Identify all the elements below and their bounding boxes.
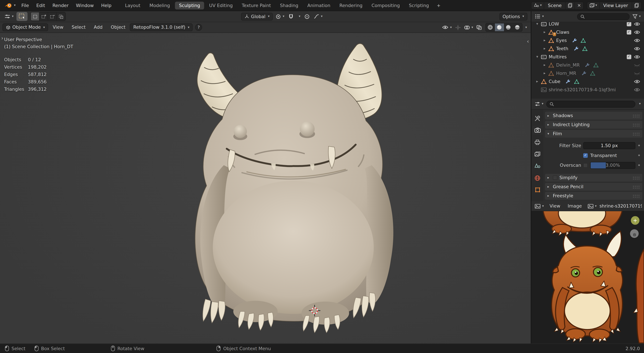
panel-drag-grip[interactable] [632, 123, 640, 126]
viewport-menu-view[interactable]: View [49, 25, 67, 30]
outliner-row-claws[interactable]: ▸ 7 Claws ✓ [532, 28, 644, 36]
outliner-row-multires[interactable]: ▾ Multires ✓ [532, 53, 644, 61]
simplify-checkbox[interactable] [553, 175, 557, 180]
eye-open-icon[interactable] [634, 87, 640, 92]
shading-rendered-button[interactable] [513, 24, 522, 31]
overlays-toggle[interactable]: ▾ [463, 24, 474, 31]
workspace-tab-sculpting[interactable]: Sculpting [175, 2, 204, 10]
active-tool-box-select-button[interactable] [16, 12, 28, 21]
outliner-row-delvin-mr[interactable]: ▸ Delvin_MR [532, 61, 644, 69]
image-menu-image[interactable]: Image [565, 203, 585, 209]
tool-dropdown[interactable]: ▾ [3, 13, 15, 20]
select-mode-extend-button[interactable] [40, 12, 48, 21]
transparent-checkbox[interactable]: ✓ [583, 153, 588, 158]
workspace-tab-animation[interactable]: Animation [303, 2, 334, 10]
image-menu-view[interactable]: View [547, 203, 563, 209]
transform-orientation-dropdown[interactable]: Global ▾ [241, 13, 273, 21]
outliner-row-low[interactable]: ▾ LOW ✓ [532, 22, 644, 28]
workspace-tab-layout[interactable]: Layout [121, 2, 144, 10]
eye-closed-icon[interactable] [634, 71, 640, 76]
select-mode-intersect-button[interactable] [57, 12, 65, 21]
scene-name[interactable]: Scene [544, 2, 566, 9]
workspace-tab-scripting[interactable]: Scripting [405, 2, 433, 10]
menu-render[interactable]: Render [49, 0, 72, 11]
overscan-checkbox[interactable] [583, 163, 588, 167]
panel-freestyle[interactable]: ▸ Freestyle [545, 192, 642, 200]
scene-browse-button[interactable]: ▾ [532, 2, 544, 9]
workspace-tab-rendering[interactable]: Rendering [335, 2, 366, 10]
gizmos-toggle[interactable] [454, 24, 462, 31]
add-workspace-button[interactable]: + [434, 2, 444, 10]
eye-open-icon[interactable] [634, 22, 640, 27]
viewport-menu-object[interactable]: Object [107, 25, 129, 30]
menu-edit[interactable]: Edit [33, 0, 49, 11]
decorator-dot[interactable] [638, 145, 640, 146]
pivot-point-dropdown[interactable]: ▾ [274, 13, 286, 20]
outliner-row-teeth[interactable]: ▸ Teeth [532, 44, 644, 53]
shading-solid-button[interactable] [495, 24, 504, 31]
collection-checkbox[interactable]: ✓ [626, 22, 631, 26]
menu-help[interactable]: Help [98, 0, 115, 11]
snap-settings-dropdown[interactable]: ▾ [297, 14, 302, 19]
workspace-tab-modeling[interactable]: Modeling [145, 2, 174, 10]
tab-render-properties[interactable] [532, 126, 543, 135]
panel-shadows[interactable]: ▸ Shadows [545, 112, 642, 120]
expander-icon[interactable]: ▸ [542, 38, 547, 42]
new-scene-button[interactable] [566, 2, 575, 9]
outliner-row-cube[interactable]: ▸ Cube [532, 77, 644, 85]
eye-closed-icon[interactable] [634, 62, 640, 68]
zoom-in-button[interactable]: + [631, 216, 640, 225]
outliner-row-horn-mr[interactable]: ▸ Horn_MR [532, 69, 644, 77]
eye-open-icon[interactable] [634, 79, 640, 84]
image-browse-dropdown[interactable]: ▾ [586, 203, 598, 209]
decorator-dot[interactable] [638, 155, 640, 156]
viewport-menu-add[interactable]: Add [90, 25, 106, 30]
blender-logo-icon[interactable]: ▾ [2, 3, 18, 8]
viewport-menu-select[interactable]: Select [68, 25, 89, 30]
eye-open-icon[interactable] [634, 46, 640, 51]
tab-scene-properties[interactable] [532, 161, 543, 170]
retopoflow-help-button[interactable]: ? [195, 24, 202, 31]
outliner-row-shrine-image[interactable]: shrine-s320170719-4-1lqf3mi [532, 85, 644, 94]
eye-open-icon[interactable] [634, 38, 640, 43]
shading-dropdown[interactable]: ▾ [523, 25, 528, 30]
menu-file[interactable]: File [18, 0, 32, 11]
expander-icon[interactable]: ▸ [542, 71, 547, 75]
expander-icon[interactable]: ▸ [535, 79, 540, 83]
unlink-scene-button[interactable]: ✕ [575, 2, 583, 9]
panel-drag-grip[interactable] [632, 194, 640, 197]
expander-icon[interactable]: ▾ [535, 22, 540, 26]
panel-indirect-lighting[interactable]: ▸ Indirect Lighting [545, 121, 642, 129]
retopoflow-menu[interactable]: RetopoFlow 3.1.0 (self) ▾ [130, 24, 193, 31]
editor-type-image-dropdown[interactable]: ▾ [534, 203, 545, 209]
view-layer-name[interactable]: View Layer [600, 2, 632, 9]
pan-button[interactable] [630, 229, 639, 238]
properties-options-dropdown[interactable]: ▾ [637, 102, 642, 106]
workspace-tab-texture-paint[interactable]: Texture Paint [238, 2, 275, 10]
proportional-falloff-dropdown[interactable]: ▾ [313, 13, 324, 20]
visibility-dropdown[interactable]: ▾ [441, 24, 453, 30]
image-name[interactable]: shrine-s320170719-4-1lqf3mi [600, 203, 642, 209]
panel-drag-grip[interactable] [632, 185, 640, 188]
sidebar-expand-chevron[interactable]: ‹ [527, 39, 529, 44]
collection-checkbox[interactable]: ✓ [626, 54, 631, 59]
expander-icon[interactable]: ▸ [542, 47, 547, 51]
new-view-layer-button[interactable] [632, 2, 641, 9]
proportional-editing-toggle[interactable] [303, 13, 311, 20]
eye-open-icon[interactable] [634, 29, 640, 35]
viewport-3d[interactable]: User Perspective (1) Scene Collection | … [0, 33, 531, 343]
workspace-tab-compositing[interactable]: Compositing [368, 2, 404, 10]
options-dropdown[interactable]: Options ▾ [499, 13, 528, 21]
eye-open-icon[interactable] [634, 54, 640, 59]
panel-drag-grip[interactable] [632, 132, 640, 135]
panel-film[interactable]: ▾ Film [545, 130, 642, 138]
tab-object-properties[interactable] [532, 185, 543, 194]
expander-icon[interactable]: ▾ [535, 55, 540, 59]
workspace-tab-shading[interactable]: Shading [276, 2, 302, 10]
outliner-row-eyes[interactable]: ▸ Eyes [532, 36, 644, 45]
workspace-tab-uv-editing[interactable]: UV Editing [205, 2, 237, 10]
overscan-slider[interactable]: 3.00% [590, 162, 635, 169]
xray-toggle[interactable] [475, 24, 483, 31]
collection-checkbox[interactable]: ✓ [626, 30, 631, 34]
panel-simplify[interactable]: ▸ Simplify [545, 174, 642, 182]
